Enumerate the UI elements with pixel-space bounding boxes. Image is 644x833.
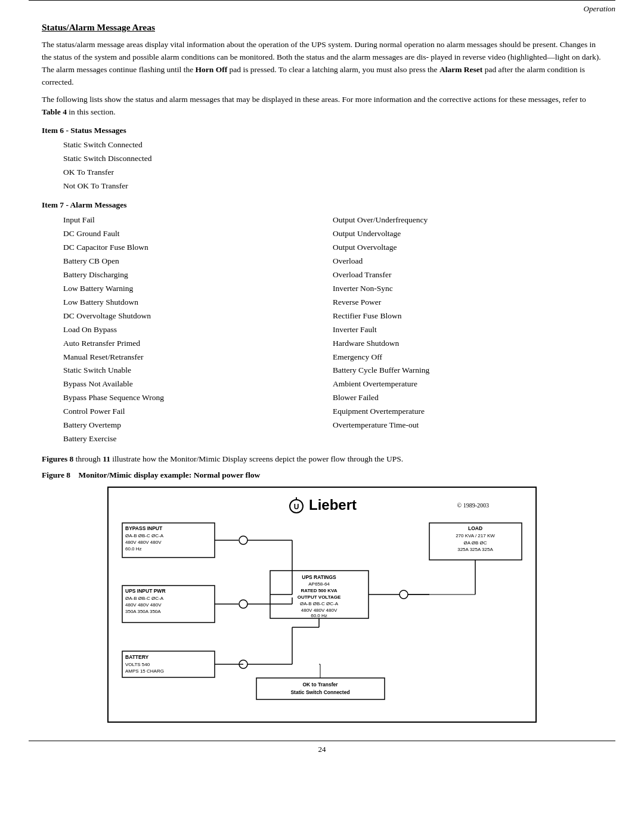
bold-figures: Figures 8: [42, 454, 73, 463]
status-message-list: Static Switch Connected Static Switch Di…: [42, 138, 602, 193]
header-label: Operation: [584, 4, 615, 14]
svg-text:OUTPUT VOLTAGE: OUTPUT VOLTAGE: [298, 594, 341, 600]
liebert-header: U Liebert © 1989-2003: [119, 496, 525, 514]
list-item: DC Capacitor Fuse Blown: [63, 241, 333, 255]
page-footer: 24: [0, 741, 644, 757]
ups-ratings-title: UPS RATINGS: [302, 574, 336, 580]
item6-heading: Item 6 - Status Messages: [42, 125, 602, 137]
svg-point-18: [239, 600, 247, 608]
figure-caption: Figure 8 Monitor/Mimic display example: …: [42, 469, 602, 482]
list-item: DC Overvoltage Shutdown: [63, 309, 333, 323]
main-content: Status/Alarm Message Areas The status/al…: [0, 16, 644, 741]
diagram-inner: U Liebert © 1989-2003 BYPASS INPUT ØA-B …: [119, 496, 525, 713]
list-item: Battery Exercise: [63, 432, 333, 446]
intro-para1: The status/alarm message areas display v…: [42, 39, 602, 89]
list-item: Overload: [333, 255, 602, 268]
list-item: OK To Transfer: [63, 166, 602, 179]
svg-text:VOLTS 540: VOLTS 540: [125, 662, 150, 667]
diagram-svg-element: BYPASS INPUT ØA-B ØB-C ØC-A 480V 480V 48…: [119, 520, 525, 711]
svg-text:U: U: [294, 503, 299, 511]
bold-11: 11: [103, 454, 110, 463]
bold-hornoff: Horn Off: [196, 65, 228, 74]
list-item: Ambient Overtemperature: [333, 377, 602, 391]
list-item: Battery Discharging: [63, 268, 333, 282]
list-item: Output Overvoltage: [333, 241, 602, 255]
list-item: Bypass Not Available: [63, 377, 333, 391]
copyright-text: © 1989-2003: [457, 501, 489, 508]
svg-text:ØA-B  ØB-C  ØC-A: ØA-B ØB-C ØC-A: [125, 596, 164, 601]
figures-para: Figures 8 through 11 illustrate how the …: [42, 453, 602, 466]
list-item: Not OK To Transfer: [63, 179, 602, 193]
svg-text:ØA    ØB    ØC: ØA ØB ØC: [463, 540, 487, 546]
list-item: Control Power Fail: [63, 405, 333, 419]
list-item: Bypass Phase Sequence Wrong: [63, 391, 333, 405]
list-item: Output Over/Underfrequency: [333, 213, 602, 227]
list-item: Battery CB Open: [63, 255, 333, 268]
list-item: Inverter Fault: [333, 323, 602, 337]
list-item: Static Switch Disconnected: [63, 152, 602, 166]
section-title: Status/Alarm Message Areas: [42, 22, 602, 33]
bypass-input-title: BYPASS INPUT: [125, 525, 163, 531]
list-item: Blower Failed: [333, 391, 602, 405]
list-item: Hardware Shutdown: [333, 337, 602, 351]
svg-text:RATED 500 KVA: RATED 500 KVA: [301, 588, 337, 593]
ups-input-title: UPS INPUT PWR: [125, 588, 166, 594]
alarm-list-right: Output Over/Underfrequency Output Underv…: [333, 213, 602, 432]
diagram-svg: BYPASS INPUT ØA-B ØB-C ØC-A 480V 480V 48…: [119, 520, 525, 713]
alarm-col-right: Output Over/Underfrequency Output Underv…: [333, 213, 602, 446]
list-item: Output Undervoltage: [333, 227, 602, 241]
page: Operation Status/Alarm Message Areas The…: [0, 0, 644, 833]
ok-transfer: OK to Transfer: [302, 682, 338, 688]
list-item: Overload Transfer: [333, 268, 602, 282]
list-item: Static Switch Connected: [63, 138, 602, 152]
svg-text:325A  325A  325A: 325A 325A 325A: [457, 547, 493, 552]
list-item: Auto Retransfer Primed: [63, 337, 333, 351]
svg-text:270 KVA / 217 KW: 270 KVA / 217 KW: [456, 533, 495, 538]
list-item: Battery Cycle Buffer Warning: [333, 364, 602, 377]
list-item: DC Ground Fault: [63, 227, 333, 241]
svg-text:AMPS 15 CHARG: AMPS 15 CHARG: [125, 668, 164, 674]
alarm-col-left: Input Fail DC Ground Fault DC Capacitor …: [63, 213, 333, 446]
diagram-container: U Liebert © 1989-2003 BYPASS INPUT ØA-B …: [107, 487, 537, 723]
list-item: Low Battery Shutdown: [63, 296, 333, 309]
svg-text:ØA-B  ØB-C  ØC-A: ØA-B ØB-C ØC-A: [300, 601, 339, 606]
bold-table4: Table 4: [42, 107, 67, 116]
intro-para2: The following lists show the status and …: [42, 94, 602, 119]
svg-point-31: [400, 590, 408, 599]
svg-text:60.0 Hz: 60.0 Hz: [311, 613, 327, 618]
alarm-message-columns: Input Fail DC Ground Fault DC Capacitor …: [42, 213, 602, 446]
liebert-name: Liebert: [309, 497, 357, 513]
svg-text:ØA-B  ØB-C  ØC-A: ØA-B ØB-C ØC-A: [125, 533, 164, 538]
list-item: Overtemperature Time-out: [333, 419, 602, 432]
item7-heading: Item 7 - Alarm Messages: [42, 199, 602, 212]
load-title: LOAD: [468, 525, 482, 531]
svg-text:AP658-64: AP658-64: [308, 581, 330, 587]
svg-text:480V  480V  480V: 480V 480V 480V: [125, 540, 162, 545]
static-switch: Static Switch Connected: [290, 689, 349, 695]
battery-title: BATTERY: [125, 654, 149, 660]
svg-text:60.0 Hz: 60.0 Hz: [125, 546, 142, 552]
list-item: Equipment Overtemperature: [333, 405, 602, 419]
svg-text:480V  480V  480V: 480V 480V 480V: [301, 608, 338, 613]
svg-point-15: [239, 536, 247, 544]
list-item: Inverter Non-Sync: [333, 282, 602, 296]
list-item: Reverse Power: [333, 296, 602, 309]
list-item: Battery Overtemp: [63, 419, 333, 432]
list-item: Input Fail: [63, 213, 333, 227]
svg-text:480V  480V  480V: 480V 480V 480V: [125, 602, 162, 608]
page-header: Operation: [0, 3, 644, 16]
alarm-list-left: Input Fail DC Ground Fault DC Capacitor …: [63, 213, 333, 446]
figure-label: Figure 8 Monitor/Mimic display example: …: [42, 470, 260, 479]
svg-text:350A  350A  350A: 350A 350A 350A: [125, 609, 161, 614]
list-item: Emergency Off: [333, 351, 602, 364]
page-number: 24: [318, 745, 326, 754]
bold-alarmreset: Alarm Reset: [439, 65, 482, 74]
list-item: Rectifier Fuse Blown: [333, 309, 602, 323]
list-item: Low Battery Warning: [63, 282, 333, 296]
list-item: Static Switch Unable: [63, 364, 333, 377]
list-item: Manual Reset/Retransfer: [63, 351, 333, 364]
list-item: Load On Bypass: [63, 323, 333, 337]
liebert-logo-icon: U: [287, 496, 305, 514]
liebert-logo: U Liebert: [287, 496, 357, 514]
